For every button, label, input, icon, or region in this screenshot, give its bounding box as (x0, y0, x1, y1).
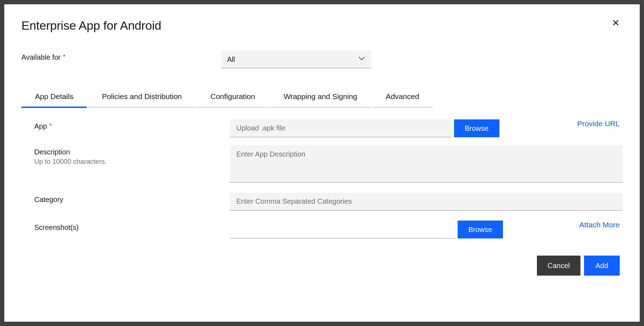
description-hint: Up to 10000 characters. (34, 158, 230, 166)
screenshot-file-input[interactable] (230, 221, 455, 238)
attach-more-link[interactable]: Attach More (579, 217, 620, 229)
screenshots-label: Screenshot(s) (34, 223, 79, 231)
tab-policies-distribution[interactable]: Policies and Distribution (88, 88, 195, 108)
app-browse-button[interactable]: Browse (454, 119, 499, 137)
tab-app-details[interactable]: App Details (21, 88, 87, 108)
category-input[interactable] (230, 193, 623, 211)
required-indicator: * (49, 122, 52, 129)
modal-enterprise-app: Enterprise App for Android ✕ Available f… (4, 4, 640, 322)
modal-title: Enterprise App for Android (21, 19, 161, 33)
available-for-label: Available for (21, 53, 61, 61)
row-app: App * Browse Provide URL (34, 119, 623, 137)
modal-header: Enterprise App for Android ✕ (21, 19, 623, 33)
modal-footer: Cancel Add (21, 256, 623, 276)
form-area: App * Browse Provide URL Description Up … (21, 119, 623, 238)
provide-url-link[interactable]: Provide URL (577, 116, 620, 128)
tab-advanced[interactable]: Advanced (372, 88, 433, 108)
screenshot-browse-button[interactable]: Browse (458, 221, 503, 238)
description-label: Description (34, 148, 230, 156)
add-button[interactable]: Add (584, 256, 620, 276)
tab-wrapping-signing[interactable]: Wrapping and Signing (270, 88, 371, 108)
tabs: App Details Policies and Distribution Co… (21, 88, 623, 108)
row-description: Description Up to 10000 characters. (34, 145, 623, 183)
required-indicator: * (63, 53, 65, 60)
row-screenshots: Screenshot(s) Browse Attach More (34, 221, 623, 238)
available-for-select-wrap: All (221, 50, 371, 68)
app-file-input[interactable] (230, 119, 451, 137)
row-category: Category (34, 193, 623, 211)
tab-configuration[interactable]: Configuration (197, 88, 269, 108)
app-label: App (34, 122, 47, 130)
row-available-for: Available for * All (21, 50, 623, 68)
cancel-button[interactable]: Cancel (537, 256, 580, 276)
category-label: Category (34, 196, 63, 203)
close-icon[interactable]: ✕ (609, 17, 623, 29)
available-for-select[interactable]: All (221, 50, 371, 68)
description-textarea[interactable] (230, 145, 623, 183)
